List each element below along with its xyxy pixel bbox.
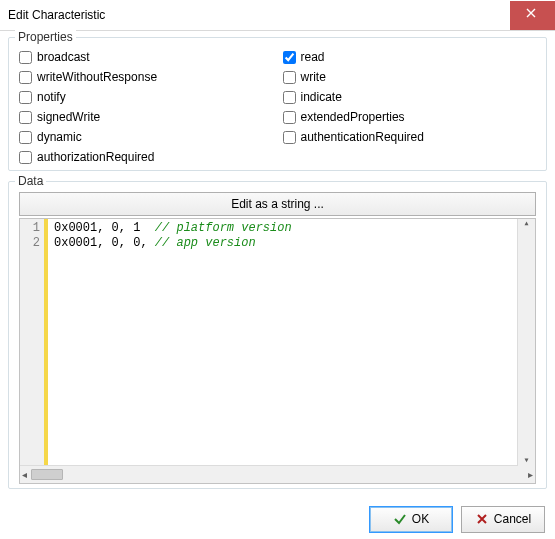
checkbox-input-broadcast[interactable] [19,51,32,64]
close-icon [526,8,540,22]
checkbox-signedWrite[interactable]: signedWrite [19,110,273,124]
checkbox-label: write [301,70,326,84]
checkbox-write[interactable]: write [283,70,537,84]
checkbox-authorizationRequired[interactable]: authorizationRequired [19,150,273,164]
editor-content: 12 0x0001, 0, 1 // platform version0x000… [20,219,535,465]
checkbox-input-extendedProperties[interactable] [283,111,296,124]
edit-as-string-label: Edit as a string ... [231,197,324,211]
code-line[interactable]: 0x0001, 0, 1 // platform version [54,221,535,236]
checkbox-label: authorizationRequired [37,150,154,164]
checkbox-input-indicate[interactable] [283,91,296,104]
check-icon [393,512,407,526]
scroll-left-icon[interactable]: ◂ [22,470,27,480]
horizontal-scrollbar[interactable]: ◂ ▸ [20,465,535,483]
properties-grid: broadcastreadwriteWithoutResponsewriteno… [19,48,536,164]
checkbox-input-authorizationRequired[interactable] [19,151,32,164]
checkbox-input-notify[interactable] [19,91,32,104]
code-text: 0x0001, 0, 1 [54,221,155,235]
editor-gutter: 12 [20,219,48,465]
checkbox-label: dynamic [37,130,82,144]
titlebar: Edit Characteristic [0,0,555,31]
checkbox-label: extendedProperties [301,110,405,124]
checkbox-label: indicate [301,90,342,104]
dialog-window: Edit Characteristic Properties broadcast… [0,0,555,539]
cross-icon [475,512,489,526]
code-comment: // app version [155,236,256,250]
button-bar: OK Cancel [0,499,555,539]
hscroll-thumb[interactable] [31,469,63,480]
close-button[interactable] [510,1,555,30]
checkbox-dynamic[interactable]: dynamic [19,130,273,144]
data-group: Data Edit as a string ... 12 0x0001, 0, … [8,181,547,489]
checkbox-label: signedWrite [37,110,100,124]
checkbox-input-signedWrite[interactable] [19,111,32,124]
code-editor[interactable]: 12 0x0001, 0, 1 // platform version0x000… [19,218,536,484]
scroll-down-icon[interactable]: ▾ [523,456,529,465]
ok-label: OK [412,512,429,526]
code-line[interactable]: 0x0001, 0, 0, // app version [54,236,535,251]
checkbox-read[interactable]: read [283,50,537,64]
ok-button[interactable]: OK [369,506,453,533]
checkbox-label: authenticationRequired [301,130,424,144]
checkbox-input-writeWithoutResponse[interactable] [19,71,32,84]
cancel-button[interactable]: Cancel [461,506,545,533]
checkbox-input-write[interactable] [283,71,296,84]
checkbox-label: writeWithoutResponse [37,70,157,84]
checkbox-authenticationRequired[interactable]: authenticationRequired [283,130,537,144]
line-number: 1 [20,221,40,236]
edit-as-string-button[interactable]: Edit as a string ... [19,192,536,216]
checkbox-extendedProperties[interactable]: extendedProperties [283,110,537,124]
scroll-up-icon[interactable]: ▴ [523,219,529,229]
properties-legend: Properties [15,30,76,44]
properties-group: Properties broadcastreadwriteWithoutResp… [8,37,547,171]
dialog-body: Properties broadcastreadwriteWithoutResp… [0,31,555,499]
checkbox-label: broadcast [37,50,90,64]
checkbox-input-dynamic[interactable] [19,131,32,144]
cancel-label: Cancel [494,512,531,526]
checkbox-writeWithoutResponse[interactable]: writeWithoutResponse [19,70,273,84]
code-text: 0x0001, 0, 0, [54,236,155,250]
checkbox-input-authenticationRequired[interactable] [283,131,296,144]
editor-code-area[interactable]: 0x0001, 0, 1 // platform version0x0001, … [48,219,535,465]
line-number: 2 [20,236,40,251]
checkbox-label: notify [37,90,66,104]
checkbox-indicate[interactable]: indicate [283,90,537,104]
checkbox-label: read [301,50,325,64]
code-comment: // platform version [155,221,292,235]
window-title: Edit Characteristic [8,8,105,22]
data-legend: Data [15,174,46,188]
checkbox-broadcast[interactable]: broadcast [19,50,273,64]
checkbox-notify[interactable]: notify [19,90,273,104]
vertical-scrollbar[interactable]: ▴ ▾ [517,219,535,465]
checkbox-input-read[interactable] [283,51,296,64]
scroll-right-icon[interactable]: ▸ [528,470,533,480]
